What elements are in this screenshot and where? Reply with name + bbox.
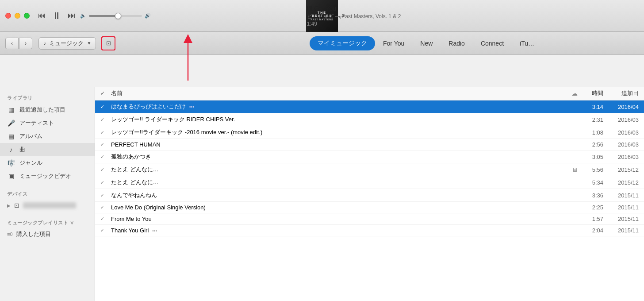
sidebar-item-albums[interactable]: ▤ アルバム [0, 130, 95, 143]
sidebar-item-music-videos[interactable]: ▣ ミュージックビデオ [0, 170, 95, 183]
navbar: ‹ › ♪ ミュージック ▼ ⊡ [0, 32, 301, 55]
tab-itunes-store[interactable]: iTu… [512, 37, 542, 50]
track-time: 1:49 [307, 21, 401, 27]
row-title: Thank You Girl ••• [111, 227, 568, 234]
genres-icon: 🎼 [7, 159, 15, 166]
row-checkbox[interactable]: ✓ [100, 193, 111, 198]
sidebar-item-recently-added[interactable]: ▦ 最近追加した項目 [0, 103, 95, 116]
row-checkbox[interactable]: ✓ [100, 142, 111, 147]
row-time: 2:31 [581, 116, 603, 123]
table-row[interactable]: ✓ たとえ どんなに… 5:34 2015/12 [95, 176, 644, 189]
header-cloud: ☁ [568, 90, 581, 97]
artists-icon: 🎤 [7, 120, 15, 127]
row-checkbox[interactable]: ✓ [100, 117, 111, 123]
tab-for-you[interactable]: For You [375, 37, 412, 50]
sidebar-item-artists[interactable]: 🎤 アーティスト [0, 116, 95, 130]
row-date: 2015/11 [603, 192, 639, 199]
row-title: はなまるぴっぴはよいこだけ ••• [111, 103, 568, 111]
header-date[interactable]: 追加日 [603, 89, 639, 97]
header-time[interactable]: 時間 [581, 89, 603, 97]
section-selector[interactable]: ♪ ミュージック ▼ [38, 37, 96, 50]
row-title: なんでやねんねん [111, 191, 568, 199]
sidebar-item-label: ジャンル [19, 159, 42, 167]
row-title: Love Me Do (Original Single Version) [111, 204, 568, 211]
row-cloud: 🖥 [568, 166, 581, 173]
close-button[interactable] [5, 13, 11, 19]
row-checkbox[interactable]: ✓ [100, 167, 111, 173]
device-phone-icon: ⊡ [14, 202, 19, 209]
sidebar-device-item[interactable]: ▶ ⊡ [0, 199, 95, 212]
header-check: ✓ [100, 90, 111, 96]
device-name [23, 202, 76, 208]
row-time: 2:56 [581, 141, 603, 148]
row-checkbox[interactable]: ✓ [100, 180, 111, 185]
row-checkbox[interactable]: ✓ [100, 205, 111, 210]
table-row[interactable]: ✓ たとえ どんなに… 🖥 5:56 2015/12 [95, 163, 644, 176]
row-time: 2:04 [581, 227, 603, 234]
volume-slider[interactable]: 🔈 🔊 [80, 13, 151, 19]
row-date: 2015/12 [603, 179, 639, 186]
row-time: 3:14 [581, 104, 603, 110]
row-time: 3:36 [581, 192, 603, 199]
table-row[interactable]: ✓ 孤独のあかつき 3:05 2016/03 [95, 150, 644, 163]
volume-thumb[interactable] [115, 13, 121, 19]
table-row[interactable]: ✓ なんでやねんねん 3:36 2015/11 [95, 189, 644, 202]
row-date: 2016/03 [603, 141, 639, 148]
recently-added-icon: ▦ [7, 106, 15, 113]
volume-low-icon: 🔈 [80, 13, 86, 19]
forward-button[interactable]: › [19, 38, 32, 49]
row-checkbox[interactable]: ✓ [100, 216, 111, 222]
row-checkbox[interactable]: ✓ [100, 154, 111, 160]
table-row[interactable]: ✓ Thank You Girl ••• 2:04 2015/11 [95, 225, 644, 236]
device-button[interactable]: ⊡ [101, 36, 115, 50]
row-title: From Me to You [111, 216, 568, 222]
rewind-button[interactable]: ⏮ [38, 11, 46, 20]
sidebar-item-label: 曲 [19, 146, 25, 154]
fast-forward-button[interactable]: ⏭ [68, 11, 76, 20]
minimize-button[interactable] [15, 13, 20, 19]
table-row[interactable]: ✓ はなまるぴっぴはよいこだけ ••• 3:14 2016/04 [95, 100, 644, 113]
sidebar-item-genres[interactable]: 🎼 ジャンル [0, 156, 95, 170]
maximize-button[interactable] [24, 13, 30, 19]
section-label: ミュージック [49, 39, 84, 47]
tab-radio[interactable]: Radio [441, 37, 473, 50]
tab-my-music[interactable]: マイミュージック [310, 36, 375, 50]
row-date: 2016/03 [603, 116, 639, 123]
row-title: PERFECT HUMAN [111, 141, 568, 148]
more-icon[interactable]: ••• [189, 104, 195, 109]
row-title: レッツゴー!!ライダーキック -2016 movie ver.- (movie … [111, 128, 568, 136]
playlist-icon: ≡0 [7, 232, 13, 237]
row-title: たとえ どんなに… [111, 166, 568, 174]
sidebar-item-songs[interactable]: ♪ 曲 [0, 143, 95, 156]
volume-high-icon: 🔊 [145, 13, 151, 19]
transport-controls: ⏮ ⏸ ⏭ [38, 10, 76, 22]
volume-track[interactable] [89, 15, 142, 17]
row-checkbox[interactable]: ✓ [100, 104, 111, 110]
back-button[interactable]: ‹ [5, 38, 19, 49]
row-checkbox[interactable]: ✓ [100, 228, 111, 233]
play-pause-button[interactable]: ⏸ [52, 10, 61, 22]
chevron-down-icon: ▼ [87, 41, 92, 46]
table-row[interactable]: ✓ PERFECT HUMAN 2:56 2016/03 [95, 139, 644, 150]
tab-connect[interactable]: Connect [473, 37, 512, 50]
table-row[interactable]: ✓ レッツゴー!!ライダーキック -2016 movie ver.- (movi… [95, 126, 644, 139]
nav-arrows: ‹ › [5, 38, 32, 49]
list-header: ✓ 名前 ☁ 時間 追加日 [95, 87, 644, 100]
playlist-section-title: ミュージックプレイリスト ∨ [0, 217, 95, 228]
row-date: 2015/11 [603, 227, 639, 234]
table-row[interactable]: ✓ Love Me Do (Original Single Version) 2… [95, 202, 644, 213]
table-row[interactable]: ✓ From Me to You 1:57 2015/11 [95, 213, 644, 225]
row-title: レッツゴー!! ライダーキック RIDER CHIPS Ver. [111, 116, 568, 123]
row-title: 孤独のあかつき [111, 153, 568, 161]
sidebar: ライブラリ ▦ 最近追加した項目 🎤 アーティスト ▤ アルバム ♪ 曲 🎼 ジ… [0, 87, 95, 301]
row-time: 1:08 [581, 129, 603, 136]
table-row[interactable]: ✓ レッツゴー!! ライダーキック RIDER CHIPS Ver. 2:31 … [95, 113, 644, 126]
tab-new[interactable]: New [412, 37, 441, 50]
row-checkbox[interactable]: ✓ [100, 130, 111, 135]
row-date: 2015/12 [603, 166, 639, 173]
more-icon[interactable]: ••• [152, 228, 157, 233]
header-name[interactable]: 名前 [111, 89, 568, 97]
library-section-title: ライブラリ [0, 92, 95, 103]
sidebar-item-purchased[interactable]: ≡0 購入した項目 [0, 228, 95, 240]
devices-section-title: デバイス [0, 188, 95, 199]
